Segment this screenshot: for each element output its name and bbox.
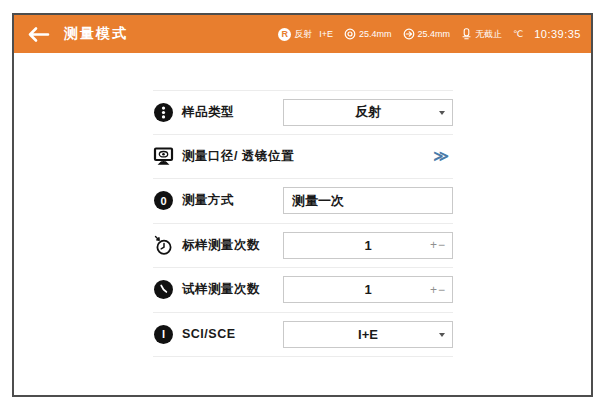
back-arrow-icon xyxy=(26,26,50,43)
i-circle-icon: I xyxy=(153,324,174,345)
dropdown-caret-icon xyxy=(439,111,445,115)
dots-menu-icon xyxy=(153,102,174,123)
sci-sce-select[interactable]: I+E xyxy=(283,321,453,348)
mode-sci-label: I+E xyxy=(319,29,333,39)
status-mode: R 反射 I+E xyxy=(278,28,333,41)
plus-button[interactable]: + xyxy=(430,238,438,252)
standard-count-label: 标样测量次数 xyxy=(182,237,260,254)
app-header: 测量模式 R 反射 I+E 25.4mm 25.4mm xyxy=(14,15,591,53)
mode-reflect-label: 反射 xyxy=(294,28,312,41)
row-sci-sce: I SCI/SCE I+E xyxy=(153,313,453,358)
sample-type-value: 反射 xyxy=(284,103,452,121)
sample-count-label: 试样测量次数 xyxy=(182,281,260,298)
temperature-unit: ℃ xyxy=(513,29,523,39)
sci-sce-value: I+E xyxy=(284,327,452,342)
row-sample-count: 试样测量次数 1 +− xyxy=(153,268,453,313)
double-chevron-icon[interactable]: ≫ xyxy=(433,147,453,165)
device-screen: 测量模式 R 反射 I+E 25.4mm 25.4mm xyxy=(12,13,593,397)
monitor-eye-icon xyxy=(153,146,174,167)
sci-sce-label: SCI/SCE xyxy=(182,327,236,341)
sample-type-label: 样品类型 xyxy=(182,104,234,121)
sample-count-stepper[interactable]: 1 +− xyxy=(283,276,453,303)
settings-list: 样品类型 反射 测量口径/ 透镜位置 ≫ 0 测量方式 xyxy=(153,90,453,357)
row-measure-method: 0 测量方式 测量一次 xyxy=(153,179,453,224)
measure-method-field[interactable]: 测量一次 xyxy=(283,187,453,214)
back-button[interactable] xyxy=(26,26,50,43)
aperture-value: 25.4mm xyxy=(359,29,392,39)
minus-button[interactable]: − xyxy=(438,283,446,297)
uv-cutoff-label: 无截止 xyxy=(475,28,502,41)
zero-circle-icon: 0 xyxy=(153,190,174,211)
stopwatch-icon xyxy=(153,235,174,256)
stepper-buttons: +− xyxy=(430,283,446,297)
uv-lamp-icon xyxy=(461,28,472,40)
row-aperture-lens: 测量口径/ 透镜位置 ≫ xyxy=(153,135,453,180)
measure-method-value: 测量一次 xyxy=(284,192,452,210)
page-title: 测量模式 xyxy=(64,25,128,43)
standard-count-stepper[interactable]: 1 +− xyxy=(283,232,453,259)
status-uv: 无截止 xyxy=(461,28,502,41)
lens-position-icon xyxy=(403,28,415,40)
plus-button[interactable]: + xyxy=(430,283,438,297)
dropdown-caret-icon xyxy=(439,333,445,337)
r-badge-icon: R xyxy=(278,28,291,41)
clock-icon xyxy=(153,279,174,300)
standard-count-value: 1 xyxy=(284,238,452,253)
minus-button[interactable]: − xyxy=(438,238,446,252)
stepper-buttons: +− xyxy=(430,238,446,252)
clock-time: 10:39:35 xyxy=(534,28,581,40)
lens-value: 25.4mm xyxy=(418,29,451,39)
sample-type-select[interactable]: 反射 xyxy=(283,99,453,126)
aperture-icon xyxy=(344,28,356,40)
row-standard-count: 标样测量次数 1 +− xyxy=(153,224,453,269)
status-bar: R 反射 I+E 25.4mm 25.4mm xyxy=(278,28,581,41)
status-lens: 25.4mm xyxy=(403,28,451,40)
status-aperture: 25.4mm xyxy=(344,28,392,40)
measure-method-label: 测量方式 xyxy=(182,192,234,209)
aperture-lens-label: 测量口径/ 透镜位置 xyxy=(182,148,294,165)
sample-count-value: 1 xyxy=(284,282,452,297)
row-sample-type: 样品类型 反射 xyxy=(153,90,453,135)
